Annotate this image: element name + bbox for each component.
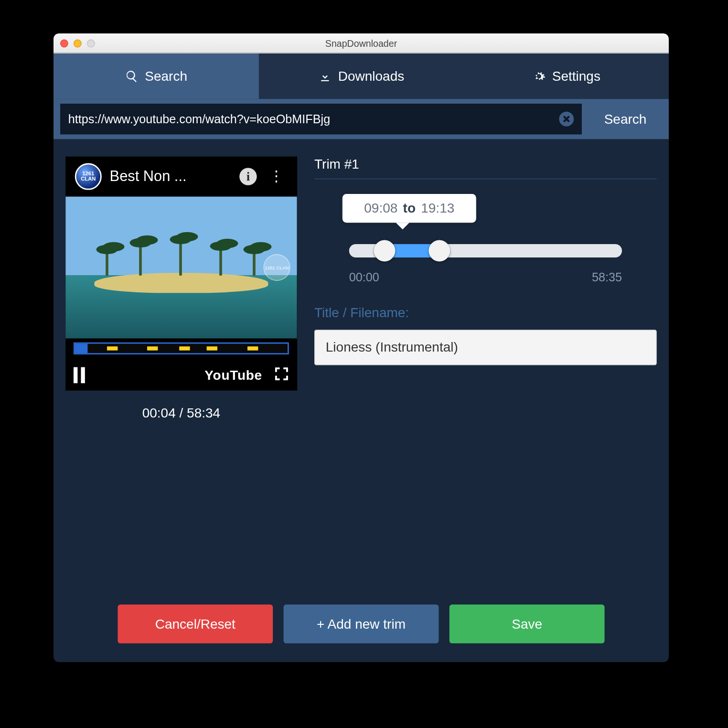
tab-settings-label: Settings [552, 69, 600, 84]
titlebar: SnapDownloader [54, 33, 669, 54]
trim-sep: to [403, 201, 416, 216]
video-frame[interactable]: 1261 CLAN [65, 197, 297, 340]
window-title: SnapDownloader [54, 38, 669, 48]
save-button[interactable]: Save [450, 605, 605, 643]
cancel-button[interactable]: Cancel/Reset [118, 605, 273, 643]
tab-search[interactable]: Search [54, 54, 258, 99]
tab-downloads[interactable]: Downloads [258, 54, 463, 99]
player-header: 1261 CLAN Best Non ... i ⋮ [65, 157, 297, 197]
video-title: Best Non ... [110, 168, 232, 185]
trim-to: 19:13 [421, 201, 454, 216]
progress-bar[interactable] [74, 343, 289, 354]
slider-max: 58:35 [592, 271, 622, 285]
trim-heading: Trim #1 [314, 157, 657, 180]
video-player[interactable]: 1261 CLAN Best Non ... i ⋮ 1261 CLAN [65, 157, 297, 391]
info-icon[interactable]: i [239, 168, 257, 185]
content: 1261 CLAN Best Non ... i ⋮ 1261 CLAN [54, 139, 669, 420]
pause-button[interactable] [74, 367, 85, 384]
trim-tooltip: 09:08 to 19:13 [343, 194, 476, 223]
main-tabs: Search Downloads Settings [54, 54, 669, 99]
tab-search-label: Search [145, 69, 187, 84]
download-icon [318, 70, 332, 83]
player-controls: YouTube [65, 338, 297, 390]
slider-labels: 00:00 58:35 [349, 271, 622, 285]
trim-panel: Trim #1 09:08 to 19:13 00:00 [314, 157, 657, 421]
slider-thumb-start[interactable] [374, 240, 396, 262]
filename-input[interactable] [314, 330, 657, 365]
tab-downloads-label: Downloads [338, 69, 405, 84]
fullscreen-button[interactable] [274, 366, 289, 384]
slider-min: 00:00 [349, 271, 379, 285]
footer-actions: Cancel/Reset + Add new trim Save [54, 605, 669, 643]
provider-label[interactable]: YouTube [204, 367, 262, 383]
more-icon[interactable]: ⋮ [265, 168, 288, 185]
slider-thumb-end[interactable] [428, 240, 450, 262]
gear-icon [532, 70, 546, 83]
trim-slider[interactable] [349, 240, 622, 260]
search-row: Search [54, 99, 669, 139]
channel-avatar[interactable]: 1261 CLAN [75, 163, 102, 190]
app-window: SnapDownloader Search Downloads Settings [54, 33, 669, 662]
search-icon [125, 70, 138, 83]
url-input[interactable] [68, 112, 559, 126]
tab-settings[interactable]: Settings [464, 54, 669, 99]
trim-from: 09:08 [364, 201, 397, 216]
search-button[interactable]: Search [582, 111, 669, 127]
clear-input-button[interactable] [559, 112, 574, 127]
url-input-wrap [60, 104, 582, 134]
close-icon [562, 115, 570, 123]
filename-label: Title / Filename: [314, 305, 657, 320]
add-trim-button[interactable]: + Add new trim [284, 605, 439, 643]
playback-time: 00:04 / 58:34 [65, 405, 297, 420]
video-preview: 1261 CLAN Best Non ... i ⋮ 1261 CLAN [65, 157, 297, 421]
watermark-icon: 1261 CLAN [264, 254, 290, 281]
